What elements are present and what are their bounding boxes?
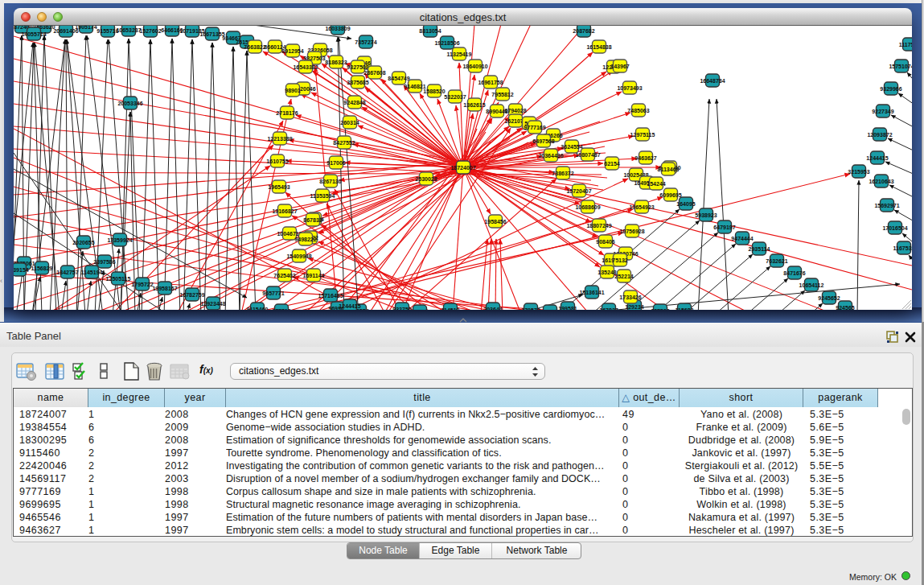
svg-text:1156829: 1156829 [31, 266, 53, 271]
svg-text:16671355: 16671355 [199, 31, 224, 37]
svg-text:7625402: 7625402 [273, 273, 295, 278]
svg-text:19654923: 19654923 [629, 204, 654, 210]
svg-text:2020655: 2020655 [72, 240, 94, 245]
svg-text:924565: 924565 [836, 305, 854, 311]
svg-text:98901: 98901 [285, 88, 301, 93]
svg-text:8267130: 8267130 [319, 179, 341, 184]
svg-text:1342757: 1342757 [56, 270, 78, 275]
svg-text:8912954: 8912954 [281, 48, 303, 54]
svg-text:3624554: 3624554 [561, 144, 582, 150]
svg-text:10973493: 10973493 [617, 85, 642, 91]
svg-text:8471676: 8471676 [783, 270, 805, 276]
svg-text:143967: 143967 [610, 64, 629, 69]
svg-text:17359924: 17359924 [107, 237, 132, 243]
svg-text:3215953: 3215953 [848, 169, 869, 175]
svg-text:9329966: 9329966 [880, 86, 901, 92]
svg-text:18724007: 18724007 [450, 165, 475, 171]
svg-text:1527602: 1527602 [139, 28, 161, 34]
svg-text:2867608: 2867608 [363, 70, 385, 76]
svg-text:12975115: 12975115 [630, 132, 655, 138]
svg-text:115682: 115682 [676, 307, 694, 311]
svg-text:16210643: 16210643 [869, 179, 893, 184]
svg-text:15720407: 15720407 [566, 188, 591, 194]
svg-text:9777169: 9777169 [524, 125, 545, 130]
svg-text:9242848: 9242848 [343, 100, 365, 105]
svg-text:2530028: 2530028 [415, 176, 437, 182]
svg-text:135248: 135248 [598, 270, 616, 275]
svg-text:12505115: 12505115 [106, 276, 131, 282]
svg-text:7357274: 7357274 [355, 39, 376, 45]
svg-text:8186323: 8186323 [325, 60, 347, 65]
svg-text:10653287: 10653287 [116, 27, 141, 33]
svg-text:20364436: 20364436 [538, 153, 563, 159]
svg-text:908406: 908406 [596, 239, 614, 245]
svg-text:11353594: 11353594 [310, 193, 335, 199]
svg-text:1244415: 1244415 [339, 303, 360, 309]
svg-text:15716485: 15716485 [318, 293, 343, 299]
svg-text:16961758: 16961758 [478, 80, 503, 85]
svg-text:932750: 932750 [392, 307, 411, 311]
svg-text:20053346: 20053346 [117, 101, 142, 106]
svg-text:15409948: 15409948 [286, 253, 311, 259]
svg-text:868012: 868012 [410, 309, 429, 311]
svg-text:6794028: 6794028 [504, 108, 526, 113]
svg-text:867833: 867833 [303, 217, 322, 223]
svg-text:939154: 939154 [14, 267, 29, 273]
svg-text:10688609: 10688609 [575, 204, 600, 210]
svg-text:10654112: 10654112 [799, 282, 824, 288]
svg-text:1167533: 1167533 [893, 245, 912, 251]
svg-text:8454749: 8454749 [388, 76, 409, 81]
svg-text:19218506: 19218506 [434, 40, 459, 46]
svg-text:1117533: 1117533 [899, 42, 912, 47]
svg-text:16648784: 16648784 [700, 78, 725, 84]
svg-text:252214: 252214 [614, 274, 633, 279]
svg-text:1244415: 1244415 [866, 155, 888, 161]
svg-text:287506: 287506 [651, 308, 669, 311]
svg-text:18807249: 18807249 [586, 223, 611, 229]
svg-text:1958456: 1958456 [484, 219, 506, 225]
svg-text:75132: 75132 [612, 257, 628, 263]
svg-text:179572: 179572 [521, 307, 540, 311]
svg-text:125051: 125051 [540, 309, 559, 311]
svg-text:9327508: 9327508 [347, 64, 368, 70]
svg-text:8113463: 8113463 [658, 167, 680, 172]
svg-text:8427552: 8427552 [333, 140, 355, 146]
svg-text:5322037: 5322037 [444, 94, 466, 100]
svg-text:62154: 62154 [604, 161, 620, 167]
svg-text:18640910: 18640910 [462, 64, 487, 69]
svg-text:977716: 977716 [272, 308, 290, 311]
svg-text:917006: 917006 [326, 160, 345, 166]
svg-text:114519: 114519 [441, 307, 460, 311]
svg-text:10807487: 10807487 [575, 152, 600, 158]
svg-text:7663822: 7663822 [244, 44, 265, 50]
svg-text:203644: 203644 [483, 307, 502, 311]
svg-text:129234: 129234 [625, 304, 643, 310]
svg-text:1795722: 1795722 [131, 282, 153, 287]
svg-text:199581: 199581 [558, 306, 577, 311]
svg-text:15136141: 15136141 [579, 290, 604, 295]
svg-text:8813054: 8813054 [419, 28, 441, 34]
svg-text:11325419: 11325419 [447, 51, 472, 57]
svg-text:164095: 164095 [676, 201, 695, 207]
svg-text:7955812: 7955812 [491, 92, 513, 97]
svg-text:9227349: 9227349 [872, 109, 893, 114]
svg-text:154244: 154244 [647, 181, 665, 187]
svg-text:16782759: 16782759 [179, 292, 204, 298]
svg-text:9498222: 9498222 [294, 237, 316, 242]
svg-text:5938923: 5938923 [695, 212, 717, 218]
svg-text:19166827: 19166827 [272, 208, 297, 214]
svg-text:1610755: 1610755 [266, 159, 288, 164]
svg-text:9245652: 9245652 [818, 295, 840, 301]
svg-text:14055714: 14055714 [21, 31, 46, 37]
svg-text:1733426: 1733426 [619, 295, 641, 300]
svg-text:12923448: 12923448 [200, 301, 225, 307]
svg-text:6497568: 6497568 [532, 138, 554, 144]
svg-text:9115460: 9115460 [247, 307, 269, 311]
svg-text:7386372: 7386372 [552, 171, 573, 176]
svg-text:9463627: 9463627 [634, 155, 656, 161]
svg-text:2718176: 2718176 [276, 110, 298, 116]
svg-text:2397586: 2397586 [93, 259, 115, 265]
svg-text:16033809: 16033809 [325, 26, 350, 31]
svg-text:6479197: 6479197 [713, 225, 735, 230]
svg-text:1691144: 1691144 [303, 273, 325, 278]
